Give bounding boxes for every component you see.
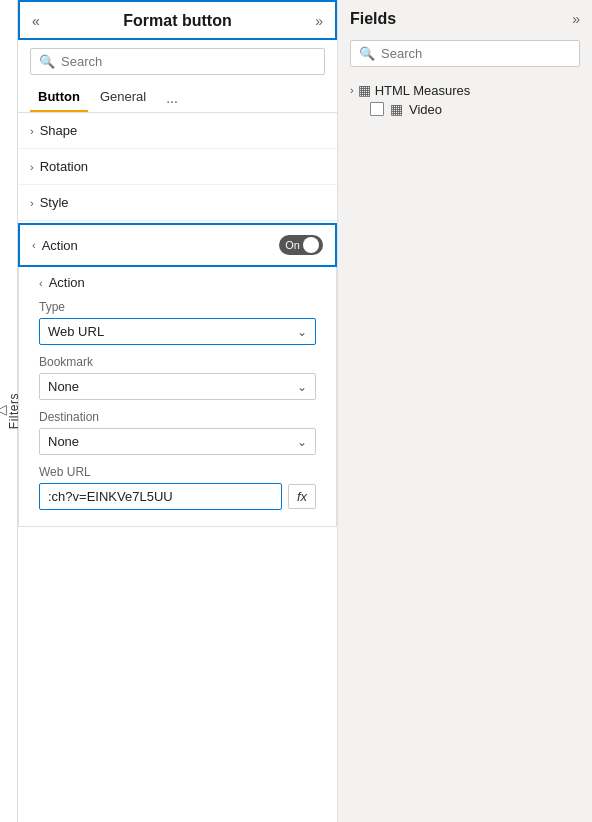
rotation-chevron-icon: › [30,161,34,173]
fields-search-input[interactable] [381,46,571,61]
type-select-value: Web URL [48,324,104,339]
style-section[interactable]: › Style [18,185,337,221]
shape-chevron-icon: › [30,125,34,137]
type-select-chevron-icon: ⌄ [297,325,307,339]
fields-panel-title: Fields [350,10,396,28]
toggle-knob [303,237,319,253]
style-label: Style [40,195,69,210]
shape-section[interactable]: › Shape [18,113,337,149]
action-sub-header[interactable]: ‹ Action [19,267,336,298]
search-icon: 🔍 [39,54,55,69]
style-chevron-icon: › [30,197,34,209]
action-section-header[interactable]: ‹ Action On [18,223,337,267]
action-header-label: Action [42,238,78,253]
tab-button[interactable]: Button [30,83,88,112]
type-select[interactable]: Web URL ⌄ [39,318,316,345]
left-search-input[interactable] [61,54,316,69]
filters-label: Filters [7,393,21,429]
collapse-left-icon[interactable]: « [32,13,40,29]
video-checkbox[interactable] [370,102,384,116]
action-expanded-content: ‹ Action Type Web URL ⌄ Bookmark None ⌄ … [18,267,337,527]
bookmark-select-value: None [48,379,79,394]
fields-panel-expand-icon[interactable]: » [572,11,580,27]
type-field-group: Type Web URL ⌄ [19,298,336,353]
tabs-bar: Button General ... [18,83,337,113]
filter-icon: ◁ [0,401,7,417]
fields-tree: › ▦ HTML Measures ▦ Video [338,75,592,121]
tree-child-label: Video [409,102,442,117]
left-search-box: 🔍 [30,48,325,75]
expand-right-icon[interactable]: » [315,13,323,29]
destination-select-chevron-icon: ⌄ [297,435,307,449]
action-toggle[interactable]: On [279,235,323,255]
web-url-label: Web URL [39,465,316,479]
shape-label: Shape [40,123,78,138]
panel-header: « Format button » [18,0,337,40]
tree-root-chevron-icon: › [350,84,354,96]
destination-select-value: None [48,434,79,449]
tree-root-row[interactable]: › ▦ HTML Measures [346,79,584,101]
bookmark-field-label: Bookmark [39,355,316,369]
tree-root-label: HTML Measures [375,83,471,98]
web-url-field-group: Web URL fx [19,463,336,518]
rotation-section[interactable]: › Rotation [18,149,337,185]
tree-child-icon: ▦ [390,101,403,117]
filters-sidebar[interactable]: ◁ Filters [0,0,18,822]
action-sub-chevron-icon: ‹ [39,277,43,289]
panel-title: Format button [123,12,231,30]
fields-search-icon: 🔍 [359,46,375,61]
bookmark-field-group: Bookmark None ⌄ [19,353,336,408]
destination-field-label: Destination [39,410,316,424]
tab-more-button[interactable]: ... [160,86,184,110]
toggle-on-label: On [285,239,300,251]
type-field-label: Type [39,300,316,314]
destination-field-group: Destination None ⌄ [19,408,336,463]
fx-button[interactable]: fx [288,484,316,509]
action-chevron-icon: ‹ [32,239,36,251]
tree-root-icon: ▦ [358,82,371,98]
web-url-input[interactable] [39,483,282,510]
tree-child-row[interactable]: ▦ Video [346,101,584,117]
web-url-row: fx [39,483,316,510]
fields-search-box: 🔍 [350,40,580,67]
fields-panel: Fields » 🔍 › ▦ HTML Measures ▦ Video [338,0,592,822]
bookmark-select-chevron-icon: ⌄ [297,380,307,394]
rotation-label: Rotation [40,159,88,174]
tab-general[interactable]: General [92,83,154,112]
action-header-left: ‹ Action [32,238,78,253]
bookmark-select[interactable]: None ⌄ [39,373,316,400]
fields-panel-header: Fields » [338,0,592,36]
action-sub-label: Action [49,275,85,290]
destination-select[interactable]: None ⌄ [39,428,316,455]
format-button-panel: « Format button » 🔍 Button General ... ›… [18,0,338,822]
